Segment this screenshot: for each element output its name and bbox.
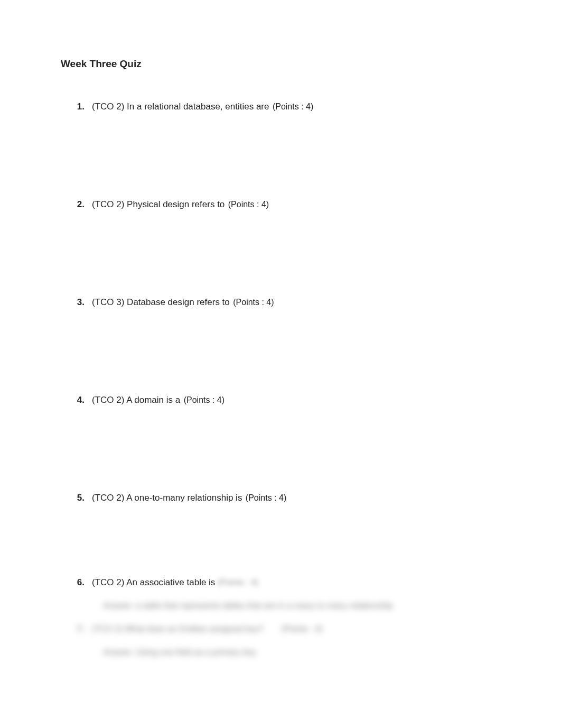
question-6: 6. (TCO 2) An associative table is (Poin… (74, 577, 500, 588)
question-text: (TCO 2) In a relational database, entiti… (92, 102, 269, 112)
question-points-blurred: (Points : 4) (218, 578, 258, 587)
question-text: (TCO 2) Physical design refers to (92, 199, 225, 209)
question-points: (Points : 4) (233, 298, 274, 307)
question-5: 5. (TCO 2) A one-to-many relationship is… (74, 493, 500, 503)
question-points: (Points : 4) (273, 102, 313, 111)
question-number-blurred: 7. (74, 624, 85, 634)
blurred-answer-7: Answer: Using one field as a primary key (103, 648, 500, 657)
question-text: (TCO 2) An associative table is (92, 577, 215, 587)
question-points: (Points : 4) (228, 200, 269, 209)
question-number: 2. (74, 199, 85, 210)
question-number: 5. (74, 493, 85, 503)
question-number: 6. (74, 577, 85, 588)
question-points: (Points : 4) (184, 395, 225, 404)
blurred-answer-6: Answer: a table that represents tables t… (103, 601, 500, 611)
question-text: (TCO 2) A domain is a (92, 395, 180, 405)
questions-list: 1. (TCO 2) In a relational database, ent… (61, 102, 500, 503)
question-text: (TCO 3) Database design refers to (92, 297, 230, 307)
question-7-blurred: 7. (TCO 2) What does an Entities assigne… (74, 624, 500, 634)
question-2: 2. (TCO 2) Physical design refers to (Po… (74, 199, 500, 210)
quiz-title: Week Three Quiz (61, 58, 500, 70)
question-points-blurred: (Points : 4) (282, 624, 322, 633)
question-4: 4. (TCO 2) A domain is a (Points : 4) (74, 395, 500, 406)
question-number: 4. (74, 395, 85, 406)
question-number: 1. (74, 102, 85, 112)
blurred-preview: 6. (TCO 2) An associative table is (Poin… (61, 577, 500, 657)
question-1: 1. (TCO 2) In a relational database, ent… (74, 102, 500, 112)
question-text-blurred: (TCO 2) What does an Entities assigned k… (92, 624, 264, 633)
question-points: (Points : 4) (246, 493, 286, 502)
question-3: 3. (TCO 3) Database design refers to (Po… (74, 297, 500, 308)
question-text: (TCO 2) A one-to-many relationship is (92, 493, 242, 503)
question-number: 3. (74, 297, 85, 308)
